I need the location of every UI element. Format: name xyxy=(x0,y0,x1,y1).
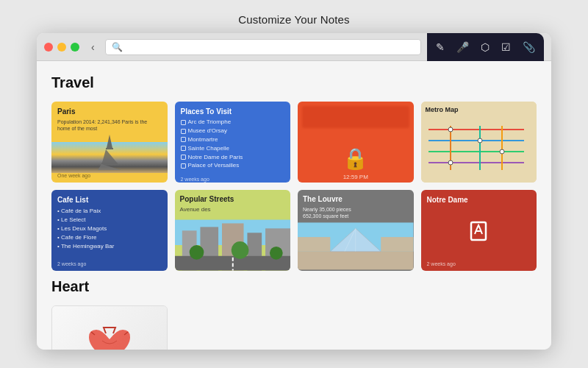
note-title-paris: Paris xyxy=(57,107,162,116)
svg-rect-32 xyxy=(298,237,330,252)
locked-content-blur xyxy=(302,106,409,128)
metro-map-title: Metro Map xyxy=(426,106,459,113)
microphone-icon[interactable]: 🎤 xyxy=(456,41,469,53)
cafe-item-3: Les Deux Magots xyxy=(57,224,162,233)
section-title-travel: Travel xyxy=(51,74,537,91)
metro-map-bg: Metro Map xyxy=(421,102,537,183)
cafe-item-4: Cafe de Flore xyxy=(57,233,162,242)
adobe-acrobat-icon xyxy=(465,218,492,244)
fullscreen-button[interactable] xyxy=(71,43,79,52)
note-title-cafe: Cafe List xyxy=(57,196,162,205)
svg-rect-28 xyxy=(298,252,414,270)
svg-point-25 xyxy=(231,241,248,259)
notes-row-1: Paris Population 2014: 2,241,346 Paris i… xyxy=(51,102,537,183)
svg-marker-2 xyxy=(102,149,117,163)
close-button[interactable] xyxy=(44,43,53,52)
bullet-list-cafe: Café de la Paix Le Select Les Deux Magot… xyxy=(57,207,162,251)
note-card-streets[interactable]: Popular Streets Avenue des xyxy=(175,190,291,271)
check-item-2: Musee d'Orsay xyxy=(188,127,228,135)
note-card-paris[interactable]: Paris Population 2014: 2,241,346 Paris i… xyxy=(51,102,168,183)
check-item-6: Palace of Versailles xyxy=(188,162,240,169)
svg-marker-4 xyxy=(98,164,121,170)
metro-map-svg xyxy=(421,115,537,181)
note-body-streets: Avenue des xyxy=(180,206,286,213)
search-bar[interactable]: 🔍 xyxy=(105,39,421,55)
eiffel-tower-icon xyxy=(95,133,124,170)
traffic-lights xyxy=(44,43,79,52)
edit-icon[interactable]: ✎ xyxy=(436,41,445,53)
search-icon: 🔍 xyxy=(112,42,123,52)
back-button[interactable]: ‹ xyxy=(87,40,99,54)
svg-point-15 xyxy=(448,160,453,165)
svg-point-13 xyxy=(478,138,482,143)
louvre-image xyxy=(298,222,414,271)
cafe-item-1: Café de la Paix xyxy=(57,207,162,216)
paris-image xyxy=(51,142,168,174)
note-card-cafe[interactable]: Cafe List Café de la Paix Le Select Les … xyxy=(51,190,168,271)
partial-row xyxy=(51,305,537,350)
note-title-streets: Popular Streets xyxy=(180,195,286,204)
street-photo xyxy=(175,219,291,271)
note-body-louvre: Nearly 35,000 pieces652,300 square feet xyxy=(303,206,409,219)
svg-rect-1 xyxy=(106,148,113,149)
note-card-heart[interactable] xyxy=(51,305,168,350)
toolbar-right: ✎ 🎤 ⬡ ☑ 📎 xyxy=(427,33,544,61)
checkbox-icon[interactable]: ☑ xyxy=(501,41,511,53)
app-window: ‹ 🔍 ✎ 🎤 ⬡ ☑ 📎 Travel Paris Population 20… xyxy=(37,33,551,350)
check-item-1: Arc de Triomphe xyxy=(188,118,232,126)
svg-rect-33 xyxy=(381,237,413,252)
note-card-louvre[interactable]: The Louvre Nearly 35,000 pieces652,300 s… xyxy=(298,190,414,271)
heart-image xyxy=(52,306,167,350)
check-item-5: Notre Dame de Paris xyxy=(188,154,243,161)
svg-point-14 xyxy=(500,149,504,154)
check-item-3: Montmartre xyxy=(188,136,218,144)
notes-row-2: Cafe List Café de la Paix Le Select Les … xyxy=(51,190,537,271)
note-card-locked[interactable]: 🔒 12:59 PM xyxy=(298,102,414,183)
camera-icon[interactable]: ⬡ xyxy=(481,41,490,53)
cafe-item-2: Le Select xyxy=(57,216,162,224)
note-timestamp-notredame: 2 weeks ago xyxy=(421,261,537,271)
svg-point-24 xyxy=(189,245,204,260)
note-timestamp-places: 2 weeks ago xyxy=(175,177,291,183)
svg-marker-0 xyxy=(107,135,112,148)
locked-time: 12:59 PM xyxy=(343,174,368,180)
page-title: Customize Your Notes xyxy=(238,13,349,26)
note-card-metro[interactable]: Metro Map xyxy=(421,102,537,183)
note-timestamp-paris: One week ago xyxy=(51,173,168,183)
attachment-icon[interactable]: 📎 xyxy=(523,41,535,53)
content-area: Travel Paris Population 2014: 2,241,346 … xyxy=(37,61,551,350)
lock-icon: 🔒 xyxy=(343,146,368,171)
note-card-places[interactable]: Places To Visit Arc de Triomphe Musee d'… xyxy=(175,102,291,183)
section-title-heart: Heart xyxy=(51,278,537,295)
minimize-button[interactable] xyxy=(57,43,66,52)
check-item-4: Sainte Chapelle xyxy=(188,145,229,152)
titlebar: ‹ 🔍 ✎ 🎤 ⬡ ☑ 📎 xyxy=(37,33,551,61)
note-title-places: Places To Visit xyxy=(181,107,285,116)
note-title-louvre: The Louvre xyxy=(303,195,409,204)
checklist-places: Arc de Triomphe Musee d'Orsay Montmartre… xyxy=(181,118,285,171)
heart-section: Heart xyxy=(51,278,537,350)
cafe-item-5: The Hemingway Bar xyxy=(57,242,162,251)
svg-rect-3 xyxy=(101,163,118,164)
svg-point-26 xyxy=(269,247,282,260)
svg-point-12 xyxy=(448,127,453,132)
note-title-notredame: Notre Dame xyxy=(427,196,531,205)
note-timestamp-cafe: 2 weeks ago xyxy=(51,261,168,271)
note-card-notredame[interactable]: Notre Dame 2 weeks ago xyxy=(421,190,537,271)
note-body-paris: Population 2014: 2,241,346 Paris is the … xyxy=(57,118,162,132)
